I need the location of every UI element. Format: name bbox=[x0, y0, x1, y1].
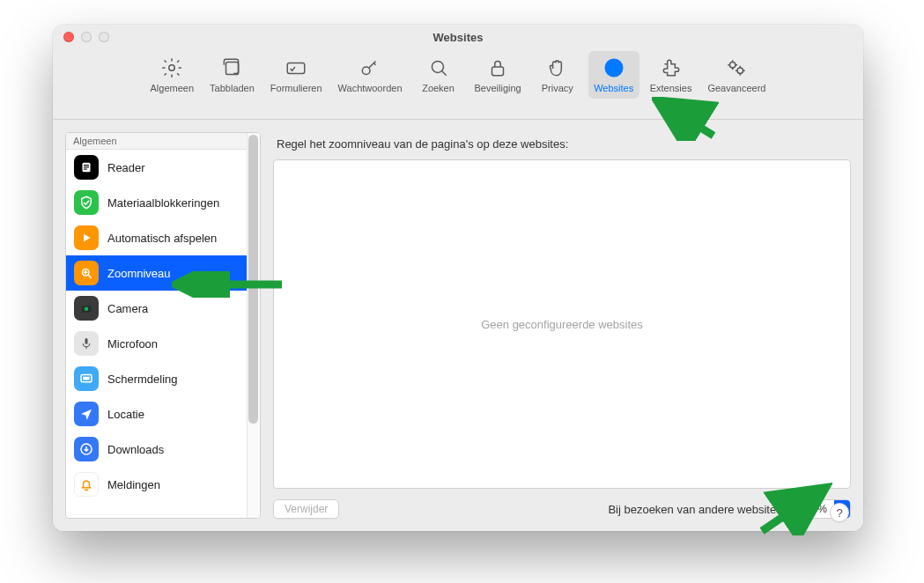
toolbar-label: Geavanceerd bbox=[707, 83, 765, 93]
sidebar-item-content-blockers[interactable]: Materiaalblokkeringen bbox=[66, 185, 260, 220]
websites-zoom-panel: Regel het zoomniveau van de pagina's op … bbox=[273, 132, 851, 519]
sidebar-item-downloads[interactable]: Downloads bbox=[66, 432, 260, 467]
svg-point-4 bbox=[432, 61, 443, 72]
toolbar-label: Extensies bbox=[650, 83, 692, 93]
toolbar-advanced[interactable]: Geavanceerd bbox=[702, 51, 771, 99]
location-icon bbox=[74, 402, 99, 426]
svg-rect-18 bbox=[83, 377, 90, 380]
toolbar-label: Beveiliging bbox=[475, 83, 521, 93]
toolbar-privacy[interactable]: Privacy bbox=[532, 51, 583, 99]
gears-icon bbox=[725, 55, 748, 81]
preferences-window: Websites Algemeen Tabbladen bbox=[53, 25, 863, 531]
svg-rect-12 bbox=[84, 169, 87, 170]
traffic-lights[interactable] bbox=[63, 32, 109, 42]
download-icon bbox=[74, 437, 99, 461]
preferences-toolbar: Algemeen Tabbladen Formulieren bbox=[53, 49, 863, 120]
svg-point-15 bbox=[85, 307, 89, 312]
help-label: ? bbox=[836, 506, 842, 520]
svg-point-3 bbox=[362, 67, 370, 75]
tabs-icon bbox=[220, 55, 243, 81]
toolbar-forms[interactable]: Formulieren bbox=[265, 51, 328, 99]
remove-button[interactable]: Verwijder bbox=[273, 499, 339, 519]
toolbar-passwords[interactable]: Wachtwoorden bbox=[333, 51, 408, 99]
toolbar-websites[interactable]: Websites bbox=[588, 51, 639, 99]
zoom-window-button[interactable] bbox=[99, 32, 109, 42]
svg-rect-11 bbox=[84, 166, 89, 167]
sidebar-item-camera[interactable]: Camera bbox=[66, 291, 260, 326]
default-zoom-label: Bij bezoeken van andere websites: bbox=[608, 503, 785, 516]
svg-rect-10 bbox=[84, 165, 89, 166]
sidebar-item-notifications[interactable]: Meldingen bbox=[66, 467, 260, 502]
shield-check-icon bbox=[74, 190, 99, 215]
sidebar: Algemeen Reader Materiaalblokkeringen bbox=[65, 132, 261, 519]
empty-list-text: Geen geconfigureerde websites bbox=[481, 318, 643, 331]
sidebar-item-autoplay[interactable]: Automatisch afspelen bbox=[66, 220, 260, 255]
gear-icon bbox=[160, 55, 183, 81]
toolbar-tabs[interactable]: Tabbladen bbox=[204, 51, 260, 99]
toolbar-label: Tabbladen bbox=[210, 83, 255, 93]
svg-point-0 bbox=[169, 65, 175, 71]
svg-rect-1 bbox=[226, 63, 239, 75]
help-button[interactable]: ? bbox=[830, 503, 849, 522]
sidebar-item-label: Automatisch afspelen bbox=[107, 232, 217, 245]
toolbar-label: Wachtwoorden bbox=[338, 83, 403, 93]
toolbar-security[interactable]: Beveiliging bbox=[469, 51, 527, 99]
play-icon bbox=[74, 225, 99, 250]
sidebar-item-label: Materiaalblokkeringen bbox=[107, 196, 219, 210]
minimize-window-button[interactable] bbox=[81, 32, 92, 42]
toolbar-label: Privacy bbox=[542, 83, 573, 93]
window-title: Websites bbox=[433, 31, 484, 44]
sidebar-scrollbar[interactable] bbox=[247, 133, 260, 518]
sidebar-item-microphone[interactable]: Microfoon bbox=[66, 326, 260, 361]
svg-rect-2 bbox=[287, 63, 305, 74]
toolbar-label: Websites bbox=[594, 83, 633, 93]
screen-share-icon bbox=[74, 366, 99, 391]
autofill-icon bbox=[285, 55, 307, 81]
key-icon bbox=[359, 55, 381, 81]
reader-icon bbox=[74, 155, 99, 180]
sidebar-item-label: Microfoon bbox=[107, 337, 158, 351]
sidebar-section-header: Algemeen bbox=[66, 133, 260, 150]
titlebar: Websites bbox=[53, 25, 863, 49]
sidebar-item-label: Camera bbox=[107, 302, 148, 315]
sidebar-item-reader[interactable]: Reader bbox=[66, 150, 260, 185]
sidebar-item-zoom[interactable]: Zoomniveau bbox=[66, 255, 260, 291]
search-icon bbox=[427, 55, 450, 81]
svg-point-7 bbox=[730, 63, 736, 69]
sidebar-item-label: Locatie bbox=[107, 408, 144, 421]
toolbar-search[interactable]: Zoeken bbox=[413, 51, 464, 99]
sidebar-item-label: Schermdeling bbox=[107, 373, 178, 386]
sidebar-item-screenshare[interactable]: Schermdeling bbox=[66, 361, 260, 396]
toolbar-general[interactable]: Algemeen bbox=[145, 51, 200, 99]
hand-icon bbox=[546, 55, 569, 81]
toolbar-extensions[interactable]: Extensies bbox=[645, 51, 698, 99]
configured-websites-list[interactable]: Geen geconfigureerde websites bbox=[273, 159, 851, 489]
sidebar-item-location[interactable]: Locatie bbox=[66, 396, 260, 432]
bell-icon bbox=[74, 472, 99, 497]
camera-icon bbox=[74, 296, 99, 321]
microphone-icon bbox=[74, 331, 99, 356]
panel-description: Regel het zoomniveau van de pagina's op … bbox=[273, 132, 851, 159]
toolbar-label: Formulieren bbox=[270, 83, 322, 93]
sidebar-item-label: Meldingen bbox=[107, 478, 160, 491]
sidebar-item-label: Reader bbox=[107, 161, 145, 174]
close-window-button[interactable] bbox=[63, 32, 74, 42]
svg-rect-5 bbox=[492, 67, 504, 76]
sidebar-item-label: Zoomniveau bbox=[107, 267, 171, 280]
toolbar-label: Zoeken bbox=[422, 83, 455, 93]
puzzle-icon bbox=[660, 55, 683, 81]
lock-icon bbox=[486, 55, 509, 81]
zoom-icon bbox=[74, 261, 99, 285]
toolbar-label: Algemeen bbox=[151, 83, 195, 93]
globe-icon bbox=[602, 55, 625, 81]
sidebar-item-label: Downloads bbox=[107, 443, 164, 456]
svg-rect-16 bbox=[85, 338, 88, 344]
sidebar-scroll-thumb[interactable] bbox=[248, 135, 258, 424]
svg-point-8 bbox=[738, 68, 744, 74]
